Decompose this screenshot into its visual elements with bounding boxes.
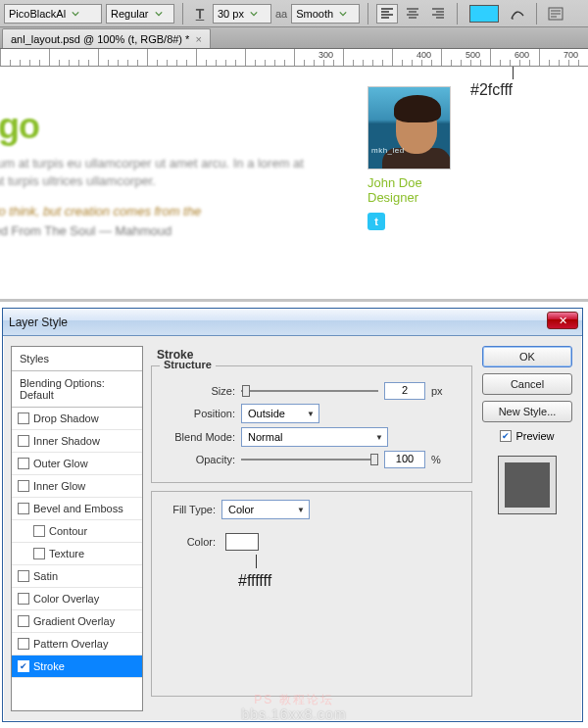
font-size-dropdown[interactable]: 30 px (213, 4, 271, 24)
separator (536, 3, 537, 24)
style-checkbox[interactable] (18, 435, 29, 447)
style-row-drop-shadow[interactable]: Drop Shadow (12, 408, 142, 430)
size-slider[interactable] (241, 383, 378, 399)
anti-alias-icon: aa (275, 8, 287, 20)
align-center-icon (406, 8, 419, 20)
style-row-outer-glow[interactable]: Outer Glow (12, 453, 142, 475)
blend-mode-dropdown[interactable]: Normal▼ (241, 427, 388, 447)
font-family-value: PicoBlackAl (9, 8, 66, 20)
preview-label: Preview (515, 430, 554, 442)
fill-type-dropdown[interactable]: Color▼ (221, 500, 310, 519)
anti-alias-value: Smooth (296, 8, 333, 20)
quote-text: solo only to think, but creation comes f… (0, 204, 314, 218)
style-row-inner-glow[interactable]: Inner Glow (12, 475, 142, 498)
style-label: Pattern Overlay (33, 638, 108, 650)
dialog-buttons-column: OK Cancel New Style... ✔ Preview (480, 346, 574, 711)
align-left-button[interactable] (376, 4, 398, 24)
style-row-color-overlay[interactable]: Color Overlay (12, 588, 142, 610)
style-row-contour[interactable]: Contour (12, 520, 142, 543)
style-checkbox[interactable] (18, 503, 29, 514)
size-input[interactable]: 2 (384, 382, 425, 400)
document-canvas[interactable]: e logo Lorem ipsum at turpis eu ullamcor… (0, 67, 588, 302)
dialog-close-button[interactable]: ✕ (547, 312, 578, 329)
style-label: Satin (33, 570, 58, 582)
warp-icon (509, 6, 526, 22)
styles-list: Styles Blending Options: Default Drop Sh… (11, 346, 143, 711)
body-paragraph: Lorem ipsum at turpis eu ullamcorper ut … (0, 155, 314, 190)
options-bar: PicoBlackAl Regular T 30 px aa Smooth (0, 0, 588, 27)
style-checkbox[interactable]: ✔ (18, 660, 29, 672)
preview-checkbox-row[interactable]: ✔ Preview (500, 430, 554, 442)
color-annotation: #2fcfff (470, 81, 513, 99)
close-icon: ✕ (559, 315, 567, 327)
style-label: Drop Shadow (33, 413, 99, 424)
style-label: Gradient Overlay (33, 615, 115, 627)
dialog-title: Layer Style (9, 315, 68, 329)
preview-swatch (498, 456, 557, 514)
chevron-down-icon: ▼ (297, 506, 305, 514)
profile-role: Designer (368, 190, 466, 205)
horizontal-ruler: 300400500600700 (0, 49, 588, 67)
stroke-color-swatch[interactable] (225, 533, 259, 551)
style-label: Inner Glow (33, 480, 85, 492)
font-family-dropdown[interactable]: PicoBlackAl (4, 4, 102, 24)
stroke-settings-panel: Stroke Structure Size: 2 px Position: Ou… (151, 346, 472, 711)
style-checkbox[interactable] (33, 548, 45, 559)
chevron-down-icon (153, 8, 165, 20)
chevron-down-icon (248, 8, 260, 20)
new-style-button[interactable]: New Style... (482, 401, 572, 422)
style-checkbox[interactable] (18, 480, 29, 492)
type-size-icon: T (191, 6, 209, 22)
anti-alias-dropdown[interactable]: Smooth (291, 4, 360, 24)
align-center-button[interactable] (402, 4, 423, 24)
profile-block: mkh_led John Doe Designer t (368, 86, 466, 230)
avatar-tag: mkh_led (371, 146, 405, 155)
style-checkbox[interactable] (33, 525, 45, 537)
size-unit: px (431, 385, 443, 397)
paragraph-panel-button[interactable] (545, 4, 566, 24)
color-hex-annotation: #ffffff (238, 572, 462, 590)
align-right-button[interactable] (427, 4, 449, 24)
color-label: Color: (162, 536, 216, 548)
preview-checkbox[interactable]: ✔ (500, 430, 512, 442)
profile-name: John Doe (368, 175, 466, 190)
font-size-value: 30 px (218, 8, 244, 20)
style-row-gradient-overlay[interactable]: Gradient Overlay (12, 610, 142, 633)
style-checkbox[interactable] (18, 570, 29, 582)
style-checkbox[interactable] (18, 593, 29, 605)
style-label: Bevel and Emboss (33, 503, 123, 514)
chevron-down-icon: ▼ (307, 410, 315, 418)
document-tab[interactable]: anl_layout.psd @ 100% (t, RGB/8#) * × (2, 28, 211, 48)
style-row-satin[interactable]: Satin (12, 565, 142, 588)
dialog-titlebar[interactable]: Layer Style ✕ (3, 309, 582, 336)
style-checkbox[interactable] (18, 638, 29, 650)
style-label: Inner Shadow (33, 435, 100, 447)
separator (182, 3, 183, 24)
styles-header[interactable]: Styles (12, 347, 142, 371)
position-dropdown[interactable]: Outside▼ (241, 404, 319, 423)
fill-type-label: Fill Type: (162, 504, 216, 515)
style-label: Stroke (33, 660, 65, 672)
text-color-swatch[interactable] (469, 5, 499, 23)
font-style-dropdown[interactable]: Regular (106, 4, 174, 24)
style-row-bevel-and-emboss[interactable]: Bevel and Emboss (12, 498, 142, 520)
chevron-down-icon (70, 8, 81, 20)
style-row-texture[interactable]: Texture (12, 543, 142, 565)
blending-options-row[interactable]: Blending Options: Default (12, 371, 142, 408)
cancel-button[interactable]: Cancel (482, 373, 572, 395)
ok-button[interactable]: OK (482, 346, 572, 367)
opacity-input[interactable]: 100 (384, 451, 425, 468)
warp-text-button[interactable] (507, 6, 528, 22)
style-row-stroke[interactable]: ✔Stroke (12, 655, 142, 678)
chevron-down-icon (337, 8, 349, 20)
style-row-inner-shadow[interactable]: Inner Shadow (12, 430, 142, 453)
style-row-pattern-overlay[interactable]: Pattern Overlay (12, 633, 142, 655)
close-tab-icon[interactable]: × (195, 33, 201, 45)
style-checkbox[interactable] (18, 615, 29, 627)
style-checkbox[interactable] (18, 413, 29, 424)
annotation-line (513, 67, 514, 79)
avatar: mkh_led (368, 86, 451, 170)
opacity-slider[interactable] (241, 452, 378, 467)
style-checkbox[interactable] (18, 458, 29, 469)
twitter-icon[interactable]: t (368, 213, 385, 230)
